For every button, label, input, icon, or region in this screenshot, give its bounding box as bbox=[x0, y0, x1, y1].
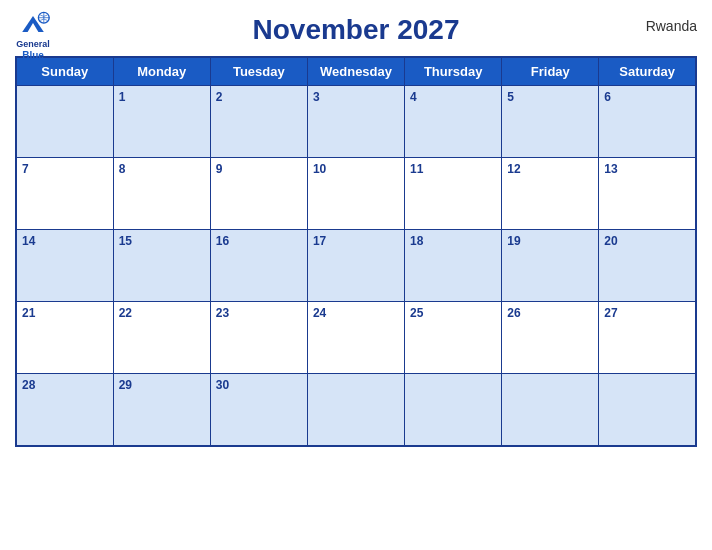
calendar-day-cell: 14 bbox=[16, 230, 113, 302]
calendar-day-cell: 23 bbox=[210, 302, 307, 374]
day-number: 21 bbox=[22, 306, 35, 320]
day-number: 7 bbox=[22, 162, 29, 176]
day-number: 1 bbox=[119, 90, 126, 104]
calendar-day-cell: 12 bbox=[502, 158, 599, 230]
calendar-day-cell: 1 bbox=[113, 86, 210, 158]
calendar-day-cell: 4 bbox=[405, 86, 502, 158]
header-monday: Monday bbox=[113, 57, 210, 86]
day-number: 23 bbox=[216, 306, 229, 320]
logo-text-general: General bbox=[16, 39, 50, 50]
day-number: 15 bbox=[119, 234, 132, 248]
calendar-day-cell: 28 bbox=[16, 374, 113, 446]
calendar-day-cell bbox=[16, 86, 113, 158]
calendar-day-cell: 16 bbox=[210, 230, 307, 302]
header-tuesday: Tuesday bbox=[210, 57, 307, 86]
header-wednesday: Wednesday bbox=[307, 57, 404, 86]
day-number: 8 bbox=[119, 162, 126, 176]
calendar-day-cell: 9 bbox=[210, 158, 307, 230]
calendar-day-cell: 10 bbox=[307, 158, 404, 230]
day-number: 29 bbox=[119, 378, 132, 392]
calendar-day-cell: 25 bbox=[405, 302, 502, 374]
calendar-day-cell: 17 bbox=[307, 230, 404, 302]
day-number: 11 bbox=[410, 162, 423, 176]
calendar-week-row: 123456 bbox=[16, 86, 696, 158]
calendar-day-cell: 22 bbox=[113, 302, 210, 374]
day-number: 26 bbox=[507, 306, 520, 320]
day-number: 13 bbox=[604, 162, 617, 176]
logo-icon bbox=[15, 10, 51, 38]
day-number: 20 bbox=[604, 234, 617, 248]
day-number: 25 bbox=[410, 306, 423, 320]
calendar-day-cell: 15 bbox=[113, 230, 210, 302]
header-saturday: Saturday bbox=[599, 57, 696, 86]
calendar-day-cell: 18 bbox=[405, 230, 502, 302]
day-number: 28 bbox=[22, 378, 35, 392]
weekday-header-row: Sunday Monday Tuesday Wednesday Thursday… bbox=[16, 57, 696, 86]
calendar-day-cell: 5 bbox=[502, 86, 599, 158]
header-thursday: Thursday bbox=[405, 57, 502, 86]
calendar-header: General Blue November 2027 Rwanda bbox=[15, 10, 697, 50]
day-number: 5 bbox=[507, 90, 514, 104]
calendar-day-cell: 7 bbox=[16, 158, 113, 230]
calendar-day-cell bbox=[502, 374, 599, 446]
calendar-day-cell: 27 bbox=[599, 302, 696, 374]
day-number: 19 bbox=[507, 234, 520, 248]
day-number: 17 bbox=[313, 234, 326, 248]
calendar-day-cell: 29 bbox=[113, 374, 210, 446]
calendar-week-row: 14151617181920 bbox=[16, 230, 696, 302]
calendar-day-cell bbox=[599, 374, 696, 446]
calendar-week-row: 21222324252627 bbox=[16, 302, 696, 374]
calendar-day-cell: 11 bbox=[405, 158, 502, 230]
calendar-day-cell bbox=[405, 374, 502, 446]
day-number: 27 bbox=[604, 306, 617, 320]
day-number: 16 bbox=[216, 234, 229, 248]
day-number: 12 bbox=[507, 162, 520, 176]
day-number: 22 bbox=[119, 306, 132, 320]
calendar-day-cell: 6 bbox=[599, 86, 696, 158]
header-friday: Friday bbox=[502, 57, 599, 86]
calendar-day-cell: 19 bbox=[502, 230, 599, 302]
day-number: 10 bbox=[313, 162, 326, 176]
calendar-day-cell: 24 bbox=[307, 302, 404, 374]
calendar-day-cell: 20 bbox=[599, 230, 696, 302]
calendar-week-row: 282930 bbox=[16, 374, 696, 446]
day-number: 24 bbox=[313, 306, 326, 320]
calendar-day-cell: 30 bbox=[210, 374, 307, 446]
calendar-day-cell: 26 bbox=[502, 302, 599, 374]
day-number: 18 bbox=[410, 234, 423, 248]
calendar-table: Sunday Monday Tuesday Wednesday Thursday… bbox=[15, 56, 697, 447]
day-number: 9 bbox=[216, 162, 223, 176]
calendar-day-cell: 8 bbox=[113, 158, 210, 230]
country-label: Rwanda bbox=[646, 18, 697, 34]
day-number: 14 bbox=[22, 234, 35, 248]
calendar-title: November 2027 bbox=[252, 14, 459, 46]
logo-text-blue: Blue bbox=[22, 50, 44, 62]
calendar-week-row: 78910111213 bbox=[16, 158, 696, 230]
calendar-day-cell: 13 bbox=[599, 158, 696, 230]
day-number: 6 bbox=[604, 90, 611, 104]
calendar-day-cell: 21 bbox=[16, 302, 113, 374]
day-number: 3 bbox=[313, 90, 320, 104]
day-number: 4 bbox=[410, 90, 417, 104]
calendar-container: General Blue November 2027 Rwanda Sunday… bbox=[0, 0, 712, 550]
day-number: 30 bbox=[216, 378, 229, 392]
calendar-day-cell: 2 bbox=[210, 86, 307, 158]
calendar-day-cell bbox=[307, 374, 404, 446]
calendar-day-cell: 3 bbox=[307, 86, 404, 158]
logo-area: General Blue bbox=[15, 10, 51, 62]
day-number: 2 bbox=[216, 90, 223, 104]
calendar-body: 1234567891011121314151617181920212223242… bbox=[16, 86, 696, 446]
